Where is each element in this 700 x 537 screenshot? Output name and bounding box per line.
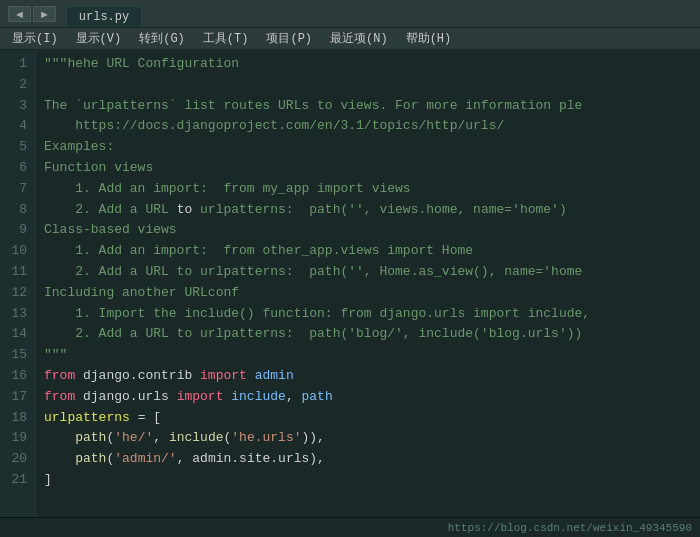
- menu-show-v[interactable]: 显示(V): [68, 29, 130, 48]
- title-bar: ◄ ► urls.py: [0, 0, 700, 28]
- code-line: urlpatterns = [: [44, 408, 692, 429]
- menu-help[interactable]: 帮助(H): [398, 29, 460, 48]
- code-area: 12345 678910 1112131415 1617181920 21 ""…: [0, 50, 700, 517]
- back-button[interactable]: ◄: [8, 6, 31, 22]
- code-line: [44, 75, 692, 96]
- code-line: 1. Import the include() function: from d…: [44, 304, 692, 325]
- tab-bar: urls.py: [62, 0, 692, 27]
- code-line: Including another URLconf: [44, 283, 692, 304]
- code-line: path('he/', include('he.urls')),: [44, 428, 692, 449]
- status-url: https://blog.csdn.net/weixin_49345590: [448, 522, 692, 534]
- code-line: 2. Add a URL to urlpatterns: path('blog/…: [44, 324, 692, 345]
- menu-show-i[interactable]: 显示(I): [4, 29, 66, 48]
- code-line: ]: [44, 470, 692, 491]
- code-content[interactable]: """hehe URL Configuration The `urlpatter…: [36, 50, 700, 517]
- nav-buttons[interactable]: ◄ ►: [8, 6, 56, 22]
- status-bar: https://blog.csdn.net/weixin_49345590: [0, 517, 700, 537]
- code-line: https://docs.djangoproject.com/en/3.1/to…: [44, 116, 692, 137]
- code-line: 2. Add a URL to urlpatterns: path('', vi…: [44, 200, 692, 221]
- code-line: 1. Add an import: from my_app import vie…: [44, 179, 692, 200]
- menu-project[interactable]: 项目(P): [258, 29, 320, 48]
- code-line: 2. Add a URL to urlpatterns: path('', Ho…: [44, 262, 692, 283]
- line-numbers: 12345 678910 1112131415 1617181920 21: [0, 50, 36, 517]
- code-line: from django.urls import include, path: [44, 387, 692, 408]
- code-line: """: [44, 345, 692, 366]
- code-line: Function views: [44, 158, 692, 179]
- code-line: path('admin/', admin.site.urls),: [44, 449, 692, 470]
- menu-goto[interactable]: 转到(G): [131, 29, 193, 48]
- code-line: 1. Add an import: from other_app.views i…: [44, 241, 692, 262]
- code-line: from django.contrib import admin: [44, 366, 692, 387]
- menu-bar: 显示(I) 显示(V) 转到(G) 工具(T) 项目(P) 最近项(N) 帮助(…: [0, 28, 700, 50]
- code-line: """hehe URL Configuration: [44, 54, 692, 75]
- menu-tools[interactable]: 工具(T): [195, 29, 257, 48]
- menu-recent[interactable]: 最近项(N): [322, 29, 396, 48]
- code-line: Examples:: [44, 137, 692, 158]
- code-line: Class-based views: [44, 220, 692, 241]
- file-tab[interactable]: urls.py: [66, 6, 142, 27]
- code-line: The `urlpatterns` list routes URLs to vi…: [44, 96, 692, 117]
- forward-button[interactable]: ►: [33, 6, 56, 22]
